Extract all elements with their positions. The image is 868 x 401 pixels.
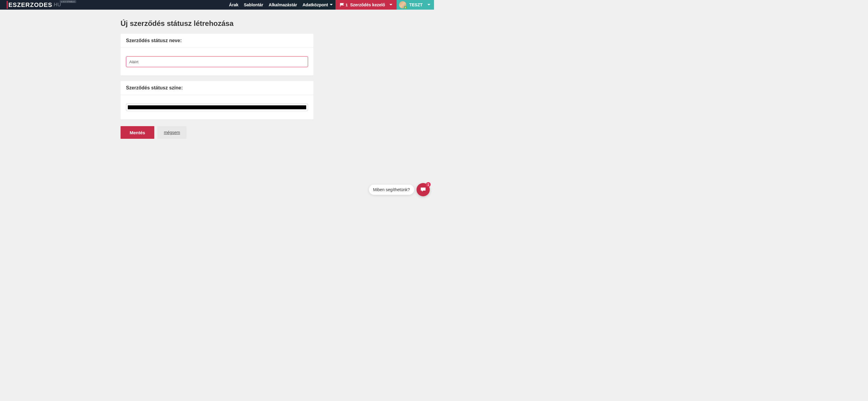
- main-nav: Árak Sablontár Alkalmazástár Adatközpont…: [226, 0, 434, 10]
- card-header: Szerződés státusz színe:: [121, 81, 313, 95]
- chat-button[interactable]: 1: [416, 183, 430, 196]
- nav-templates[interactable]: Sablontár: [241, 0, 266, 10]
- status-name-card: Szerződés státusz neve:: [121, 34, 313, 75]
- nav-user-menu[interactable]: TESZT: [397, 0, 434, 10]
- contract-count: 1: [345, 3, 347, 7]
- nav-templates-label: Sablontár: [244, 2, 264, 7]
- chevron-down-icon: [390, 4, 393, 6]
- nav-datacenter[interactable]: Adatközpont: [300, 0, 336, 10]
- card-header: Szerződés státusz neve:: [121, 34, 313, 48]
- nav-pricing-label: Árak: [229, 2, 239, 7]
- user-name: TESZT: [409, 2, 423, 7]
- color-picker[interactable]: [126, 104, 308, 111]
- nav-contract-label: Szerződés kezelő: [350, 2, 385, 7]
- nav-apps-label: Alkalmazástár: [269, 2, 297, 7]
- card-body: [121, 95, 313, 120]
- chevron-down-icon: [427, 4, 430, 6]
- chat-prompt[interactable]: Miben segíthetünk?: [369, 185, 414, 195]
- contract-badge: 1: [340, 3, 347, 7]
- header: ESZERZODES .HU v.4.0 STABLE Árak Sablont…: [0, 0, 434, 10]
- nav-contract-manager[interactable]: 1 Szerződés kezelő: [336, 0, 396, 10]
- status-color-label: Szerződés státusz színe:: [126, 85, 308, 91]
- brand-area[interactable]: ESZERZODES .HU v.4.0 STABLE: [0, 1, 61, 9]
- status-name-label: Szerződés státusz neve:: [126, 38, 308, 43]
- cancel-button[interactable]: mégsem: [157, 126, 187, 139]
- user-status-badge: [404, 6, 407, 9]
- version-badge: v.4.0 STABLE: [60, 0, 76, 3]
- avatar-wrap: [399, 1, 406, 8]
- form-actions: Mentés mégsem: [121, 126, 313, 139]
- brand-name: ESZERZODES: [8, 1, 53, 8]
- svg-point-0: [405, 7, 405, 7]
- flag-icon: [340, 3, 344, 7]
- status-name-input[interactable]: [126, 56, 308, 67]
- chat-widget: Miben segíthetünk? 1: [369, 183, 430, 196]
- save-button[interactable]: Mentés: [121, 126, 154, 139]
- card-body: [121, 48, 313, 75]
- main-content: Új szerződés státusz létrehozása Szerződ…: [121, 10, 313, 148]
- page-title: Új szerződés státusz létrehozása: [121, 19, 313, 28]
- chat-notification-badge: 1: [426, 182, 431, 187]
- chat-icon: [420, 187, 426, 192]
- status-color-card: Szerződés státusz színe:: [121, 81, 313, 120]
- chevron-down-icon: [330, 4, 333, 6]
- nav-pricing[interactable]: Árak: [226, 0, 241, 10]
- color-preview: [128, 105, 306, 109]
- nav-datacenter-label: Adatközpont: [303, 2, 328, 7]
- nav-apps[interactable]: Alkalmazástár: [266, 0, 300, 10]
- brand-accent-bar: [7, 1, 8, 9]
